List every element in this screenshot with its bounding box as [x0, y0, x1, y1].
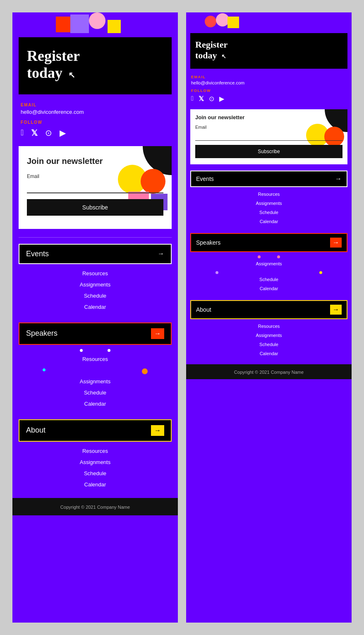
- about-nav-header[interactable]: About →: [19, 419, 172, 442]
- events-link-assignments[interactable]: Assignments: [80, 281, 110, 288]
- events-nav-links: Resources Assignments Schedule Calendar: [19, 268, 172, 316]
- speakers-arrow-box: →: [151, 328, 164, 339]
- speakers-arrow-icon-sm: →: [333, 239, 339, 246]
- about-link-resources[interactable]: Resources: [82, 448, 108, 454]
- left-footer: Copyright © 2021 Company Name: [12, 498, 178, 515]
- youtube-icon[interactable]: ▶: [60, 128, 66, 138]
- events-arrow-icon-sm: →: [335, 175, 342, 182]
- events-nav-label: Events: [26, 250, 49, 258]
- deco-r-yellow: [228, 17, 239, 28]
- instagram-icon[interactable]: ⊙: [45, 128, 52, 138]
- events-link-schedule-sm[interactable]: Schedule: [259, 210, 278, 215]
- top-shapes-right: [186, 12, 352, 31]
- speakers-link-schedule-sm[interactable]: Schedule: [259, 277, 278, 282]
- newsletter-email-label: Email: [27, 173, 163, 179]
- about-arrow-box: →: [151, 425, 164, 436]
- about-arrow-box-sm: →: [330, 305, 342, 315]
- deco-pink-circle: [89, 12, 105, 29]
- about-nav-links-sm: Resources Assignments Schedule Calendar: [190, 322, 347, 361]
- speakers-nav-label: Speakers: [26, 329, 57, 338]
- dot-orange: [142, 368, 148, 374]
- twitter-icon[interactable]: 𝕏: [31, 128, 38, 138]
- speakers-link-calendar-sm[interactable]: Calendar: [260, 286, 278, 291]
- events-link-resources-sm[interactable]: Resources: [258, 192, 280, 197]
- contact-section-sm: EMAIL hello@diviconference.com FOLLOW  …: [186, 74, 352, 106]
- instagram-icon-sm[interactable]: ⊙: [209, 95, 214, 103]
- events-nav-section: Events → Resources Assignments Schedule …: [19, 244, 172, 316]
- about-link-schedule-sm[interactable]: Schedule: [259, 342, 278, 347]
- deco-red-square: [56, 17, 72, 32]
- twitter-icon-sm[interactable]: 𝕏: [199, 95, 204, 103]
- contact-section: EMAIL hello@diviconference.com FOLLOW  …: [12, 101, 178, 142]
- newsletter-email-input-sm[interactable]: [195, 131, 342, 141]
- register-heading-sm: Register today ↖: [195, 39, 342, 61]
- newsletter-email-label-sm: Email: [195, 125, 342, 130]
- follow-label-sm: FOLLOW: [191, 89, 347, 93]
- speakers-dots-sm-2: [190, 271, 347, 274]
- email-value: hello@diviconference.com: [21, 109, 170, 115]
- events-nav-header-sm[interactable]: Events →: [190, 171, 347, 187]
- events-link-schedule[interactable]: Schedule: [84, 293, 106, 299]
- social-icons:  𝕏 ⊙ ▶: [21, 128, 170, 138]
- deco-purple-square: [70, 14, 89, 33]
- left-footer-text: Copyright © 2021 Company Name: [60, 505, 130, 510]
- speakers-nav-section-sm: Speakers → Assignments Schedule Calendar: [190, 233, 347, 296]
- register-block: Register today ↖: [19, 37, 172, 94]
- newsletter-block-sm: Join our newsletter Email Subscribe: [190, 109, 347, 164]
- newsletter-subscribe-button[interactable]: Subscribe: [27, 199, 163, 216]
- youtube-icon-sm[interactable]: ▶: [219, 95, 224, 103]
- facebook-icon[interactable]: : [21, 128, 24, 138]
- email-label-sm: EMAIL: [191, 75, 347, 79]
- speakers-dots-row: [19, 349, 172, 352]
- about-link-assignments-sm[interactable]: Assignments: [256, 333, 282, 338]
- events-link-calendar-sm[interactable]: Calendar: [260, 219, 278, 224]
- events-nav-header[interactable]: Events →: [19, 244, 172, 264]
- events-arrow-box-sm: →: [335, 175, 342, 183]
- events-nav-label-sm: Events: [196, 176, 214, 182]
- speakers-link-schedule[interactable]: Schedule: [84, 390, 106, 396]
- speakers-nav-label-sm: Speakers: [196, 239, 220, 246]
- deco-r-red: [205, 16, 216, 27]
- newsletter-subscribe-button-sm[interactable]: Subscribe: [195, 145, 342, 158]
- dot-purple-sm: [216, 271, 218, 274]
- events-link-assignments-sm[interactable]: Assignments: [256, 201, 282, 206]
- about-nav-section-sm: About → Resources Assignments Schedule C…: [190, 300, 347, 361]
- speakers-nav-header-sm[interactable]: Speakers →: [190, 233, 347, 252]
- newsletter-title: Join our newsletter: [27, 156, 163, 166]
- right-footer: Copyright © 2021 Company Name: [186, 364, 352, 379]
- speakers-nav-links: Resources: [19, 354, 172, 368]
- events-link-calendar[interactable]: Calendar: [84, 304, 106, 310]
- speakers-link-assignments[interactable]: Assignments: [80, 378, 110, 385]
- follow-label: FOLLOW: [21, 120, 170, 125]
- dot-yellow-sm: [319, 271, 322, 274]
- speakers-nav-header[interactable]: Speakers →: [19, 322, 172, 345]
- about-link-calendar-sm[interactable]: Calendar: [260, 351, 278, 356]
- dot-pink-sm: [258, 255, 261, 258]
- about-nav-header-sm[interactable]: About →: [190, 300, 347, 319]
- register-block-sm: Register today ↖: [190, 33, 347, 69]
- facebook-icon-sm[interactable]: : [191, 95, 194, 103]
- email-label: EMAIL: [21, 103, 170, 107]
- speakers-link-resources[interactable]: Resources: [82, 356, 108, 362]
- about-link-schedule[interactable]: Schedule: [84, 470, 106, 476]
- speakers-link-assignments-sm[interactable]: Assignments: [256, 261, 282, 266]
- about-arrow-icon: →: [154, 427, 161, 434]
- divider-1: [19, 237, 172, 238]
- speakers-link-calendar[interactable]: Calendar: [84, 401, 106, 407]
- email-value-sm: hello@diviconference.com: [191, 80, 347, 85]
- left-panel: Register today ↖ EMAIL hello@diviconfere…: [12, 12, 178, 623]
- events-link-resources[interactable]: Resources: [82, 270, 108, 277]
- about-link-assignments[interactable]: Assignments: [80, 459, 110, 465]
- speakers-nav-links-2: Assignments Schedule Calendar: [19, 376, 172, 413]
- about-link-resources-sm[interactable]: Resources: [258, 324, 280, 329]
- newsletter-email-input[interactable]: [27, 182, 163, 193]
- dot-pink-2-sm: [277, 255, 280, 258]
- dot-cyan: [43, 368, 46, 371]
- events-arrow-box: →: [158, 250, 164, 257]
- speakers-nav-links-sm: Assignments: [190, 260, 347, 271]
- speakers-dots-sm: [190, 255, 347, 258]
- about-nav-label: About: [26, 426, 46, 435]
- dot-white-2: [108, 349, 110, 352]
- about-link-calendar[interactable]: Calendar: [84, 481, 106, 488]
- cursor-icon: ↖: [68, 70, 75, 80]
